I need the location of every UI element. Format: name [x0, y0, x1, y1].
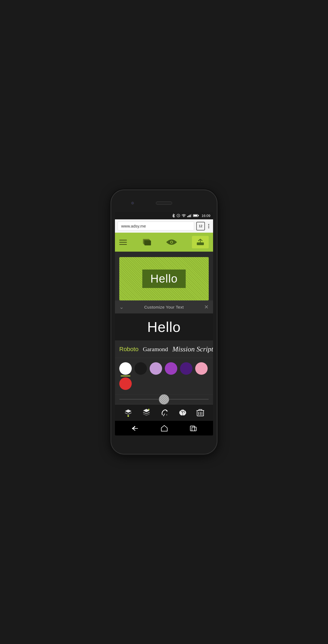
- color-dark-purple[interactable]: [180, 362, 192, 375]
- layers-tool-button[interactable]: [124, 408, 133, 417]
- font-roboto-option[interactable]: Roboto: [119, 346, 139, 353]
- close-button[interactable]: ✕: [204, 304, 209, 310]
- app-toolbar: [115, 233, 213, 252]
- svg-rect-26: [199, 409, 202, 411]
- bluetooth-icon: [172, 214, 175, 217]
- canvas-preview[interactable]: Hello: [119, 257, 209, 300]
- browser-tab-button[interactable]: 12: [196, 222, 205, 230]
- customize-header: ⌄ Customize Your Text ✕: [115, 300, 213, 313]
- svg-point-15: [171, 242, 172, 243]
- svg-marker-30: [161, 425, 167, 431]
- canvas-text-box[interactable]: Hello: [142, 270, 186, 288]
- effect-tool-button[interactable]: [160, 408, 169, 417]
- battery-icon: [193, 214, 199, 217]
- svg-line-2: [178, 216, 179, 216]
- font-selector: Roboto Garamond Mission Script W: [115, 341, 213, 358]
- color-lavender[interactable]: [150, 362, 162, 375]
- browser-bar: www.adsy.me 12: [115, 219, 213, 233]
- svg-rect-6: [190, 215, 191, 217]
- collapse-button[interactable]: ⌄: [119, 304, 124, 310]
- color-swatches: [119, 362, 209, 390]
- font-mission-option[interactable]: Mission Script: [172, 345, 213, 353]
- slider-section: [115, 395, 213, 404]
- svg-rect-32: [190, 426, 195, 431]
- nav-back-button[interactable]: [131, 425, 139, 431]
- nav-home-button[interactable]: [161, 425, 168, 432]
- bottom-toolbar: [115, 404, 213, 421]
- browser-menu-button[interactable]: [207, 223, 210, 229]
- url-input[interactable]: www.adsy.me: [118, 222, 194, 230]
- customize-title: Customize Your Text: [144, 305, 184, 309]
- svg-marker-17: [125, 409, 131, 413]
- brain-tool-button[interactable]: [178, 408, 187, 417]
- wifi-icon: [182, 214, 186, 217]
- phone-top-bezel: [115, 195, 213, 211]
- color-pink[interactable]: [195, 362, 208, 375]
- status-time: 16:09: [201, 214, 210, 218]
- svg-rect-33: [192, 427, 196, 431]
- slider-thumb[interactable]: [159, 394, 169, 405]
- canvas-hello: Hello: [150, 272, 178, 285]
- phone-device: 16:09 www.adsy.me 12: [111, 190, 217, 454]
- color-picker: [115, 358, 213, 395]
- svg-point-3: [184, 217, 184, 217]
- svg-point-22: [166, 414, 167, 415]
- add-layer-tool-button[interactable]: [142, 408, 151, 417]
- phone-camera: [131, 202, 134, 204]
- hamburger-menu-button[interactable]: [119, 240, 127, 245]
- status-icons: 16:09: [172, 214, 210, 218]
- phone-screen: 16:09 www.adsy.me 12: [115, 212, 213, 435]
- nav-recents-button[interactable]: [190, 425, 197, 431]
- color-purple[interactable]: [165, 362, 177, 375]
- color-red[interactable]: [119, 377, 132, 390]
- customize-panel: ⌄ Customize Your Text ✕ Hello Roboto Gar…: [115, 300, 213, 421]
- eye-icon[interactable]: [166, 239, 177, 246]
- delete-tool-button[interactable]: [197, 408, 204, 417]
- font-garamond-option[interactable]: Garamond: [143, 346, 168, 353]
- svg-rect-9: [194, 215, 197, 216]
- svg-rect-13: [144, 241, 151, 245]
- android-nav: [115, 421, 213, 435]
- svg-rect-4: [187, 216, 188, 217]
- preview-text: Hello: [147, 319, 181, 335]
- layers-icon[interactable]: [142, 237, 152, 247]
- svg-rect-10: [198, 215, 199, 216]
- canvas-area: Hello: [115, 252, 213, 300]
- svg-rect-5: [189, 215, 189, 217]
- signal-icon: [187, 214, 192, 217]
- status-bar: 16:09: [115, 212, 213, 219]
- phone-bottom-bezel: [115, 435, 213, 449]
- upload-button[interactable]: [192, 236, 209, 248]
- alarm-icon: [176, 214, 180, 217]
- phone-speaker: [156, 201, 172, 205]
- size-slider[interactable]: [119, 399, 209, 400]
- svg-rect-7: [191, 214, 192, 217]
- text-preview: Hello: [115, 313, 213, 341]
- svg-point-18: [127, 415, 129, 417]
- color-white[interactable]: [119, 362, 132, 375]
- color-black[interactable]: [134, 362, 147, 375]
